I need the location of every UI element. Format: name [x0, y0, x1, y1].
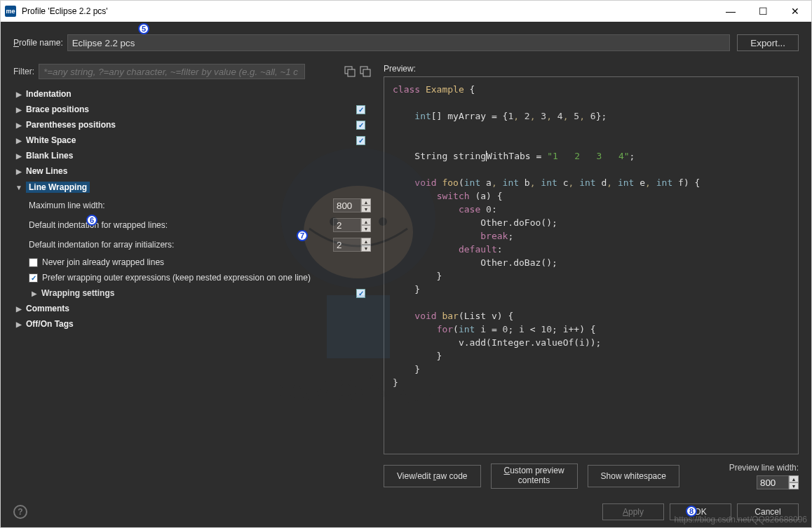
chevron-down-icon[interactable]: ▼ [789, 482, 799, 489]
max-line-width-row: Maximum line width: ▲▼ [13, 196, 371, 215]
indent-array-spinner[interactable]: ▲▼ [333, 238, 371, 252]
filter-input[interactable] [39, 64, 305, 79]
chevron-up-icon[interactable]: ▲ [361, 198, 371, 205]
enable-wrapsettings-icon[interactable]: ✓ [356, 289, 365, 298]
collapse-all-icon[interactable] [360, 66, 371, 77]
titlebar: me Profile 'Eclipse 2.2 pcs' — ☐ ✕ [1, 1, 811, 22]
tree-new-lines[interactable]: ▶New Lines [13, 163, 371, 179]
chevron-up-icon[interactable]: ▲ [361, 218, 371, 225]
minimize-button[interactable]: — [715, 1, 747, 22]
profile-row: Profile name: Export... [13, 34, 799, 51]
chevron-down-icon[interactable]: ▼ [361, 205, 371, 212]
enable-paren-icon[interactable]: ✓ [356, 121, 365, 130]
indent-wrapped-input[interactable] [333, 218, 361, 232]
never-join-checkbox[interactable] [29, 258, 38, 267]
right-pane: Preview: class Example { int[] myArray =… [384, 64, 799, 489]
tree-brace-positions[interactable]: ▶Brace positions✓ [13, 102, 371, 117]
tree-blank-lines[interactable]: ▶Blank Lines [13, 148, 371, 163]
indent-array-input[interactable] [333, 238, 361, 252]
tree-offon-tags[interactable]: ▶Off/On Tags [13, 316, 371, 332]
preview-bottom: View/edit raw code Custom previewcontent… [384, 463, 799, 489]
tree-comments[interactable]: ▶Comments [13, 301, 371, 316]
settings-tree: ▶Indentation ▶Brace positions✓ ▶Parenthe… [13, 86, 371, 489]
chevron-down-icon[interactable]: ▼ [361, 245, 371, 252]
preview-linewidth-label: Preview line width: [729, 463, 799, 473]
code-preview[interactable]: class Example { int[] myArray = {1, 2, 3… [384, 76, 799, 454]
chevron-up-icon[interactable]: ▲ [361, 238, 371, 245]
filter-row: Filter: [13, 64, 371, 79]
cancel-button[interactable]: Cancel [737, 503, 799, 520]
app-icon: me [5, 6, 16, 17]
ok-button[interactable]: 8 OK [670, 503, 731, 520]
prefer-wrap-checkbox[interactable]: ✓ [29, 273, 38, 283]
preview-linewidth-input[interactable] [757, 475, 789, 489]
profile-name-input[interactable] [67, 34, 731, 51]
content: 5 6 7 Profile name: Export... DAMO小天天 [1, 22, 811, 527]
apply-button[interactable]: Apply [602, 503, 664, 520]
wrapping-settings[interactable]: ▶Wrapping settings ✓ [13, 285, 371, 301]
left-pane: DAMO小天天 Filter: ▶Indentation ▶Brace posi… [13, 64, 371, 489]
preview-label: Preview: [384, 64, 799, 74]
preview-linewidth-spinner[interactable]: ▲▼ [757, 475, 799, 489]
indent-wrapped-row: Default indentation for wrapped lines: ▲… [13, 215, 371, 235]
annot-5: 5 [138, 23, 149, 34]
show-whitespace-button[interactable]: Show whitespace [588, 465, 679, 487]
svg-rect-9 [363, 69, 370, 76]
enable-white-icon[interactable]: ✓ [356, 136, 365, 145]
profile-name-label: Profile name: [13, 38, 63, 48]
window-root: me Profile 'Eclipse 2.2 pcs' — ☐ ✕ 5 6 7… [0, 0, 812, 528]
close-button[interactable]: ✕ [779, 1, 811, 22]
tree-paren-positions[interactable]: ▶Parentheses positions✓ [13, 117, 371, 133]
chevron-up-icon[interactable]: ▲ [789, 475, 799, 482]
max-line-width-input[interactable] [333, 198, 361, 212]
indent-wrapped-label: Default indentation for wrapped lines: [29, 220, 333, 230]
maximize-button[interactable]: ☐ [747, 1, 779, 22]
expand-all-icon[interactable] [344, 66, 356, 77]
never-join-label: Never join already wrapped lines [42, 257, 164, 267]
chevron-down-icon[interactable]: ▼ [361, 225, 371, 232]
tree-indentation[interactable]: ▶Indentation [13, 86, 371, 102]
export-button[interactable]: Export... [737, 34, 799, 51]
tree-line-wrapping[interactable]: ▼Line Wrapping [13, 179, 371, 196]
max-line-width-label: Maximum line width: [29, 201, 333, 210]
tree-white-space[interactable]: ▶White Space✓ [13, 133, 371, 148]
main-area: DAMO小天天 Filter: ▶Indentation ▶Brace posi… [13, 64, 799, 489]
prefer-wrap-row[interactable]: ✓ Prefer wrapping outer expressions (kee… [13, 270, 371, 285]
indent-array-row: Default indentation for array initialize… [13, 235, 371, 255]
max-line-width-spinner[interactable]: ▲▼ [333, 198, 371, 212]
filter-label: Filter: [13, 67, 34, 76]
window-title: Profile 'Eclipse 2.2 pcs' [22, 6, 715, 16]
prefer-wrap-label: Prefer wrapping outer expressions (keep … [42, 273, 311, 283]
enable-brace-icon[interactable]: ✓ [356, 105, 365, 114]
footer: ? Apply 8 OK Cancel [13, 499, 799, 520]
svg-rect-7 [348, 69, 355, 76]
view-raw-button[interactable]: View/edit raw code [384, 465, 481, 487]
never-join-row[interactable]: Never join already wrapped lines [13, 255, 371, 270]
indent-wrapped-spinner[interactable]: ▲▼ [333, 218, 371, 232]
help-icon[interactable]: ? [13, 505, 27, 519]
custom-preview-button[interactable]: Custom previewcontents [491, 463, 578, 489]
indent-array-label: Default indentation for array initialize… [29, 240, 333, 250]
